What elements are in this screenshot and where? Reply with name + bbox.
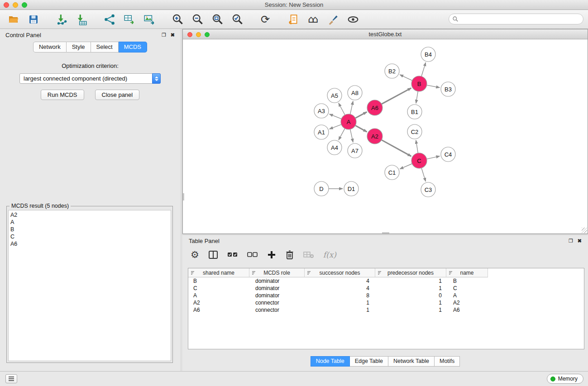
node-A[interactable]: A <box>341 114 356 129</box>
node-C4[interactable]: C4 <box>441 147 455 162</box>
zoom-selected-icon[interactable] <box>230 12 244 27</box>
node-B3[interactable]: B3 <box>441 82 455 96</box>
result-item-C[interactable]: C <box>10 233 171 240</box>
node-A4[interactable]: A4 <box>327 140 342 155</box>
table-cell[interactable]: A6 <box>446 307 488 313</box>
table-cell[interactable]: A <box>446 292 488 299</box>
table-settings-gear-icon[interactable]: ⚙ <box>191 248 199 261</box>
tab-node-table[interactable]: Node Table <box>311 356 350 367</box>
open-session-doc-icon[interactable] <box>286 12 301 27</box>
edge-A-A3[interactable] <box>330 114 342 119</box>
table-cell[interactable]: 1 <box>375 307 446 313</box>
table-row[interactable]: Adominator80A <box>188 292 584 299</box>
open-folder-icon[interactable] <box>6 12 21 27</box>
edge-B-B3[interactable] <box>427 85 440 87</box>
eye-icon[interactable] <box>346 12 360 27</box>
run-mcds-button[interactable]: Run MCDS <box>41 90 84 100</box>
node-A2[interactable]: A2 <box>367 129 382 144</box>
table-row[interactable]: Bdominator41B <box>188 277 584 285</box>
import-table-file-icon[interactable] <box>74 12 89 27</box>
delete-trash-icon[interactable] <box>285 248 294 261</box>
close-panel-button[interactable]: Close panel <box>95 90 140 100</box>
table-cell[interactable]: connector <box>249 307 305 313</box>
network-window-titlebar[interactable]: testGlobe.txt <box>183 29 588 39</box>
table-cell[interactable]: 4 <box>305 285 375 291</box>
table-cell[interactable]: 1 <box>375 300 446 306</box>
node-B1[interactable]: B1 <box>407 105 422 119</box>
table-cell[interactable]: A6 <box>188 307 249 313</box>
tab-select[interactable]: Select <box>91 42 119 52</box>
tab-network[interactable]: Network <box>33 42 67 52</box>
tab-edge-table[interactable]: Edge Table <box>350 356 388 367</box>
zoom-fit-icon[interactable] <box>210 12 225 27</box>
resize-grip[interactable] <box>582 228 587 233</box>
deselect-all-icon[interactable] <box>247 248 258 261</box>
table-row[interactable]: Cdominator41C <box>188 285 584 292</box>
column-header-MCDS-role[interactable]: MCDS role <box>249 268 305 277</box>
edge-A2-C[interactable] <box>382 140 411 156</box>
tab-motifs[interactable]: Motifs <box>435 356 460 367</box>
node-D[interactable]: D <box>314 181 329 196</box>
node-C3[interactable]: C3 <box>421 182 435 197</box>
search-input[interactable] <box>449 14 583 24</box>
table-cell[interactable]: A2 <box>446 300 488 306</box>
style-brush-icon[interactable] <box>326 12 340 27</box>
result-item-A6[interactable]: A6 <box>10 240 171 248</box>
network-image-icon[interactable] <box>142 12 157 27</box>
column-header-successor-nodes[interactable]: successor nodes <box>305 268 375 277</box>
mcds-result-list[interactable]: A2ABCA6 <box>8 210 171 361</box>
network-graph[interactable]: AA6A2BCA1A3A4A5A7A8B1B2B3B4C1C2C3C4DD1 <box>183 39 588 234</box>
network-canvas[interactable]: AA6A2BCA1A3A4A5A7A8B1B2B3B4C1C2C3C4DD1 <box>183 39 588 234</box>
node-A8[interactable]: A8 <box>348 86 362 100</box>
table-cell[interactable]: B <box>188 278 249 284</box>
edge-C-C4[interactable] <box>427 156 440 159</box>
table-cell[interactable]: connector <box>249 300 305 306</box>
edge-A-A6[interactable] <box>355 112 367 118</box>
edge-A-A4[interactable] <box>339 129 345 140</box>
node-A6[interactable]: A6 <box>367 100 382 115</box>
float-panel-icon[interactable]: ❐ <box>162 33 166 38</box>
table-cell[interactable]: 1 <box>305 300 375 306</box>
node-C2[interactable]: C2 <box>407 124 422 139</box>
table-cell[interactable]: dominator <box>249 292 305 299</box>
edge-C-C1[interactable] <box>400 164 412 169</box>
table-cell[interactable]: A2 <box>188 300 249 306</box>
save-icon[interactable] <box>26 12 41 27</box>
edge-B-B1[interactable] <box>416 91 418 103</box>
close-panel-icon[interactable]: ✖ <box>171 33 175 38</box>
delete-column-icon[interactable] <box>303 248 314 261</box>
table-cell[interactable]: 0 <box>375 292 446 299</box>
network-from-table-icon[interactable] <box>122 12 137 27</box>
table-cell[interactable]: 4 <box>305 278 375 284</box>
select-all-icon[interactable] <box>227 248 238 261</box>
edge-A-A5[interactable] <box>339 103 345 115</box>
node-D1[interactable]: D1 <box>344 181 359 196</box>
table-row[interactable]: A2connector11A2 <box>188 299 584 306</box>
node-A1[interactable]: A1 <box>314 125 329 139</box>
import-network-file-icon[interactable] <box>54 12 69 27</box>
node-A7[interactable]: A7 <box>348 143 362 158</box>
table-cell[interactable]: C <box>446 285 488 291</box>
edge-A-A7[interactable] <box>350 129 353 143</box>
show-columns-icon[interactable] <box>208 248 218 261</box>
column-header-predecessor-nodes[interactable]: predecessor nodes <box>375 268 446 277</box>
column-header-shared-name[interactable]: shared name <box>188 268 249 277</box>
table-cell[interactable]: 1 <box>375 278 446 284</box>
node-A5[interactable]: A5 <box>327 88 342 103</box>
result-item-A[interactable]: A <box>10 219 171 226</box>
table-cell[interactable]: C <box>188 285 249 291</box>
edge-A-A1[interactable] <box>330 124 341 129</box>
result-item-A2[interactable]: A2 <box>10 211 171 219</box>
table-cell[interactable]: B <box>446 278 488 284</box>
edge-A-A2[interactable] <box>355 125 367 132</box>
add-row-icon[interactable] <box>267 248 276 261</box>
table-row[interactable]: A6connector11A6 <box>188 306 584 314</box>
column-header-name[interactable]: name <box>446 268 488 277</box>
table-cell[interactable]: dominator <box>249 285 305 291</box>
node-C[interactable]: C <box>411 153 427 168</box>
table-float-icon[interactable]: ❐ <box>569 238 573 243</box>
edge-C-C3[interactable] <box>421 168 425 181</box>
new-network-icon[interactable] <box>102 12 117 27</box>
zoom-out-icon[interactable] <box>190 12 205 27</box>
function-builder-icon[interactable]: f(x) <box>323 248 336 261</box>
